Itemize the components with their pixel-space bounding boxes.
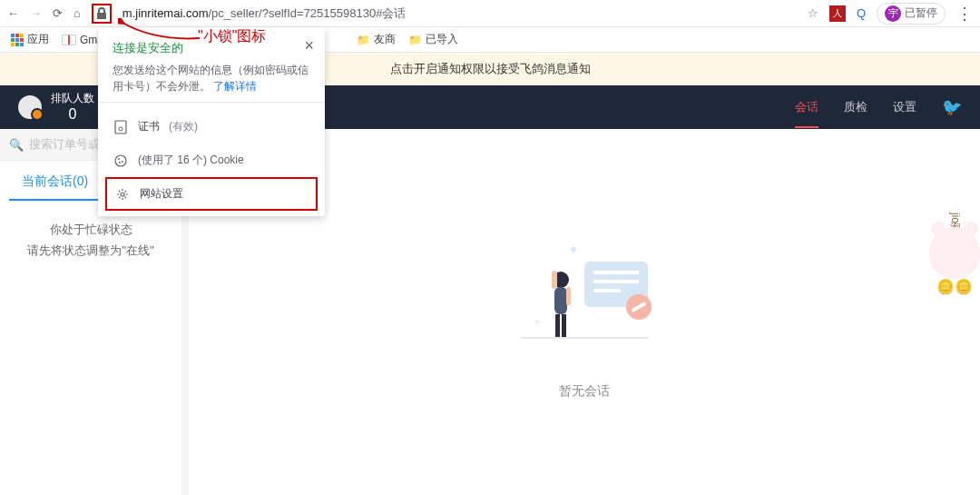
svg-point-18 [118, 158, 120, 160]
gmail-icon [62, 35, 76, 45]
back-icon[interactable]: ← [7, 6, 19, 20]
profile-badge[interactable]: 宇 已暂停 [877, 3, 946, 25]
forward-icon[interactable]: → [30, 6, 42, 20]
url-bar[interactable]: m.jinritemai.com/pc_seller/?selfId=72515… [122, 5, 797, 22]
bear-icon [929, 227, 980, 278]
svg-rect-9 [566, 287, 571, 305]
search-ext-icon[interactable]: Q [857, 6, 866, 20]
site-settings-row[interactable]: 网站设置 [105, 177, 318, 211]
security-popover: × 连接是安全的 您发送给这个网站的信息（例如密码或信用卡号）不会外泄。 了解详… [98, 27, 325, 216]
cookies-row[interactable]: (使用了 16 个) Cookie [113, 144, 310, 177]
svg-rect-12 [521, 337, 648, 339]
folder-icon: 📁 [408, 34, 422, 46]
annotation-arrow [118, 18, 209, 45]
apps-label: 应用 [27, 32, 49, 47]
avatar[interactable] [18, 95, 42, 119]
queue-number: 0 [69, 105, 77, 123]
certificate-row[interactable]: 证书 (有效) [113, 110, 310, 144]
svg-rect-3 [593, 289, 621, 292]
svg-rect-1 [593, 271, 639, 274]
folder-icon: 📁 [357, 34, 370, 46]
close-icon[interactable]: × [304, 36, 314, 55]
url-path: /pc_seller/?selfId=72515598130#会话 [208, 6, 406, 20]
svg-point-17 [115, 155, 126, 166]
gear-icon [114, 188, 131, 201]
star-icon[interactable]: ☆ [808, 6, 818, 20]
mascot: 泡jio 🪙🪙 [929, 213, 980, 295]
popover-desc: 您发送给这个网站的信息（例如密码或信用卡号）不会外泄。 了解详情 [113, 62, 310, 94]
annotation-text: "小锁"图标 [198, 27, 266, 46]
profile-avatar: 宇 [885, 5, 901, 22]
queue-box: 排队人数 0 [18, 92, 94, 123]
apps-icon [11, 34, 24, 46]
header-tabs: 会话 质检 设置 🐦 [795, 86, 962, 128]
svg-point-20 [119, 162, 121, 163]
queue-label: 排队人数 [51, 92, 94, 104]
current-session-tab[interactable]: 当前会话(0) [9, 164, 101, 201]
home-icon[interactable]: ⌂ [74, 6, 81, 20]
cert-icon [113, 120, 129, 134]
nav-icon-group: ← → ⟳ ⌂ [7, 6, 81, 20]
notification-text: 点击开启通知权限以接受飞鸽消息通知 [390, 61, 591, 77]
svg-point-21 [121, 193, 124, 196]
svg-rect-8 [552, 271, 557, 289]
cert-meta: (有效) [169, 119, 198, 134]
tab-conversation[interactable]: 会话 [795, 86, 818, 128]
mascot-text: 泡jio [947, 213, 963, 223]
bookmark-folder-2[interactable]: 📁 已导入 [408, 32, 458, 47]
empty-illustration: ✦ + [512, 225, 657, 371]
cookie-icon [113, 154, 129, 167]
svg-point-16 [119, 127, 122, 131]
search-icon: 🔍 [9, 138, 24, 152]
svg-text:✦: ✦ [568, 243, 579, 257]
empty-text: 暂无会话 [559, 383, 610, 400]
tab-qc[interactable]: 质检 [844, 86, 867, 128]
learn-more-link[interactable]: 了解详情 [213, 80, 257, 93]
more-icon[interactable]: ⋮ [956, 4, 973, 24]
bookmark-folder-1[interactable]: 📁 友商 [357, 32, 396, 47]
svg-text:+: + [534, 317, 540, 327]
svg-rect-11 [562, 314, 566, 337]
apps-button[interactable]: 应用 [11, 32, 49, 47]
svg-rect-7 [554, 287, 567, 314]
svg-rect-10 [555, 314, 560, 337]
tab-settings[interactable]: 设置 [893, 86, 916, 128]
pdf-extension-icon[interactable]: 人 [829, 5, 846, 22]
lock-icon[interactable] [92, 4, 112, 24]
profile-status: 已暂停 [905, 5, 937, 21]
bird-icon[interactable]: 🐦 [942, 97, 962, 117]
svg-rect-2 [593, 280, 639, 283]
toolbar-right: ☆ 人 Q 宇 已暂停 ⋮ [808, 3, 973, 25]
reload-icon[interactable]: ⟳ [53, 6, 63, 20]
svg-point-19 [122, 161, 123, 163]
